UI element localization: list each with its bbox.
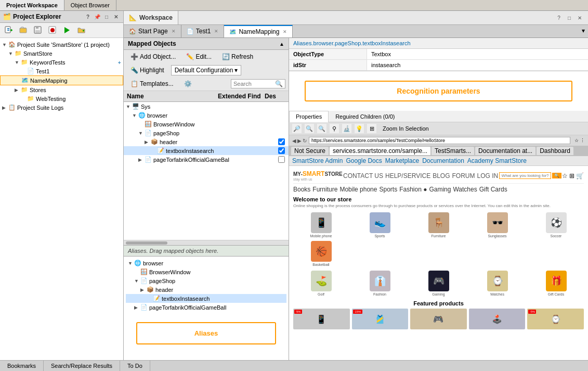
config-dropdown[interactable]: Default Configuration ▾ [171, 65, 242, 75]
obj-browserwindow[interactable]: 🪟 BrowserWindow [124, 120, 289, 129]
tree-item-test1[interactable]: 📄 Test1 [0, 67, 123, 75]
menu-button[interactable]: ⋮ [580, 138, 585, 143]
product-soccer[interactable]: ⚽ Soccer [528, 212, 584, 238]
tree-item-stores[interactable]: ▶ 📁 Stores [0, 85, 123, 94]
bookmark2[interactable]: Google Docs [346, 157, 382, 164]
record-button[interactable] [46, 24, 59, 36]
cat-mobile[interactable]: Mobile phone [339, 186, 377, 193]
bookmark1[interactable]: SmartStore Admin [292, 157, 343, 164]
product-mobile[interactable]: 📱 Mobile phone [293, 212, 349, 238]
feat-4[interactable]: 🕹️ [469, 309, 526, 329]
zoom-in-icon[interactable]: 🔎 [292, 124, 302, 133]
new-item-button[interactable] [2, 24, 16, 36]
obj-pageshop[interactable]: ▼ 📄 pageShop [124, 129, 289, 137]
cat-sports[interactable]: Sports [379, 186, 397, 193]
textbox-extended-find-checkbox[interactable] [278, 147, 285, 154]
compare-icon[interactable]: ⊞ [569, 172, 574, 180]
add-object-button[interactable]: ➕ Add Object... [127, 52, 179, 62]
open-item-button[interactable] [17, 24, 30, 36]
pin-icon[interactable]: 📌 [93, 12, 101, 21]
mapped-scrollbar[interactable] [124, 240, 289, 245]
tree-item-webtesting[interactable]: 📁 WebTesting [0, 94, 123, 103]
zoom-out-icon[interactable]: 🔍 [305, 124, 314, 133]
help-link[interactable]: HELP/SERVICE [385, 172, 430, 180]
mini-tab-docs[interactable]: TestSmarts... [432, 147, 474, 155]
obj-pagetorfabrik[interactable]: ▶ 📄 pageTorfabrikOfficialGameBal [124, 155, 289, 164]
product-watches[interactable]: ⌚ Watches [469, 271, 525, 296]
wishlist-icon[interactable]: ☆ [562, 172, 568, 180]
close-namemapping-tab[interactable]: ✕ [283, 29, 287, 34]
search-next-icon[interactable]: ⚲ [330, 124, 339, 133]
title-tab-object-browser[interactable]: Object Browser [64, 0, 116, 10]
alias-header[interactable]: ▶ 📦 header [126, 285, 286, 294]
product-sunglasses[interactable]: 🕶️ Sunglasses [469, 212, 525, 238]
alias-pageshop[interactable]: ▼ 📄 pageShop [126, 276, 286, 285]
tree-item-logs[interactable]: ▶ 📋 Project Suite Logs [0, 103, 123, 112]
tree-item-suite[interactable]: ▼ 🏠 Project Suite 'SmartStore' (1 projec… [0, 40, 123, 49]
cat-giftcards[interactable]: Gift Cards [479, 186, 507, 193]
feat-1[interactable]: -5% 📱 [293, 309, 350, 329]
cat-gaming[interactable]: Gaming [429, 186, 451, 193]
cart-icon[interactable]: 🛒 [576, 172, 584, 180]
forum-link[interactable]: FORUM [452, 172, 475, 180]
tab-more-button[interactable]: ▾ [579, 25, 588, 37]
contact-link[interactable]: CONTACT US [343, 172, 383, 180]
selection-icon[interactable]: ⊞ [367, 124, 376, 133]
run-button[interactable] [60, 24, 74, 36]
bottom-tab-todo[interactable]: To Do [120, 361, 150, 371]
url-bar[interactable]: https://services.smartstore.com/samples/… [309, 137, 570, 144]
product-giftcards[interactable]: 🎁 Gift Cards [528, 271, 584, 296]
product-furniture[interactable]: 🪑 Furniture [411, 212, 466, 238]
search-icon2[interactable]: 🔬 [342, 124, 351, 133]
feat-3[interactable]: 🎮 [410, 309, 467, 329]
alias-textbox[interactable]: 📝 textboxInstasearch [126, 294, 286, 303]
obj-sys[interactable]: ▼ 🖥️ Sys [124, 102, 289, 111]
bottom-tab-bookmarks[interactable]: Bookmarks [0, 361, 44, 371]
close-start-page-tab[interactable]: ✕ [172, 29, 176, 34]
title-tab-project-workspace[interactable]: Project Workspace [0, 0, 64, 10]
bookmark3[interactable]: Marketplace [385, 157, 419, 164]
mini-tab-smartstore[interactable]: services.smartstore.com/sample... [330, 147, 430, 155]
store-search-input[interactable] [499, 172, 551, 179]
bookmark4[interactable]: Documentation [422, 157, 464, 164]
close-icon[interactable]: ✕ [112, 12, 120, 21]
mapped-objects-collapse[interactable]: ▲ [279, 41, 284, 47]
feat-5[interactable]: -5% ⌚ [527, 309, 584, 329]
obj-textbox[interactable]: 📝 textboxInstasearch [124, 146, 289, 155]
login-link[interactable]: LOG IN [477, 172, 499, 180]
cat-furniture[interactable]: Furniture [312, 186, 337, 193]
tab-properties[interactable]: Properties [289, 111, 329, 122]
save-item-button[interactable] [31, 24, 45, 36]
product-gaming[interactable]: 🎮 Gaming [411, 271, 466, 296]
obj-browser[interactable]: ▼ 🌐 browser [124, 111, 289, 120]
refresh-button[interactable]: 🔄 Refresh [218, 52, 257, 62]
alias-browserwindow[interactable]: 🪟 BrowserWindow [126, 267, 286, 276]
mini-tab-chrome[interactable]: Not Secure [291, 147, 329, 155]
product-fashion[interactable]: 👔 Fashion [352, 271, 408, 296]
tab-test1[interactable]: 📄 Test1 ✕ [181, 25, 225, 37]
bottom-tab-search-replace[interactable]: Search/Replace Results [44, 361, 120, 371]
edit-button[interactable]: ✏️ Edit... [182, 52, 215, 62]
search-input[interactable] [233, 81, 275, 87]
product-golf[interactable]: ⛳ Golf [293, 271, 349, 296]
star-button[interactable]: ☆ [574, 138, 579, 143]
back-button[interactable]: ◀ [292, 138, 296, 144]
tree-item-namemapping[interactable]: 🗺️ NameMapping [0, 75, 123, 85]
product-basketball[interactable]: 🏀 Basketball [293, 241, 349, 266]
templates-button[interactable]: 📋 Templates... [127, 79, 177, 89]
help-ws-button[interactable]: ? [555, 14, 563, 22]
maximize-ws-button[interactable]: □ [565, 14, 573, 22]
highlight-button[interactable]: 🔦 Highlight [127, 65, 168, 75]
close-ws-button[interactable]: ✕ [576, 14, 584, 22]
store-search-button[interactable]: 🔍 [552, 173, 561, 178]
close-test1-tab[interactable]: ✕ [214, 29, 218, 34]
cat-books[interactable]: Books [293, 186, 310, 193]
highlight-preview-icon[interactable]: 💡 [355, 124, 364, 133]
feat-2[interactable]: -15% 🎽 [352, 309, 409, 329]
reload-button[interactable]: ↻ [303, 138, 307, 144]
tab-required-children[interactable]: Reguired Children (0/0) [329, 111, 401, 122]
cat-watches[interactable]: Watches [453, 186, 477, 193]
tree-item-smartstore[interactable]: ▼ 📁 SmartStore [0, 49, 123, 58]
maximize-icon[interactable]: □ [102, 12, 111, 21]
alias-browser[interactable]: ▼ 🌐 browser [126, 259, 286, 267]
